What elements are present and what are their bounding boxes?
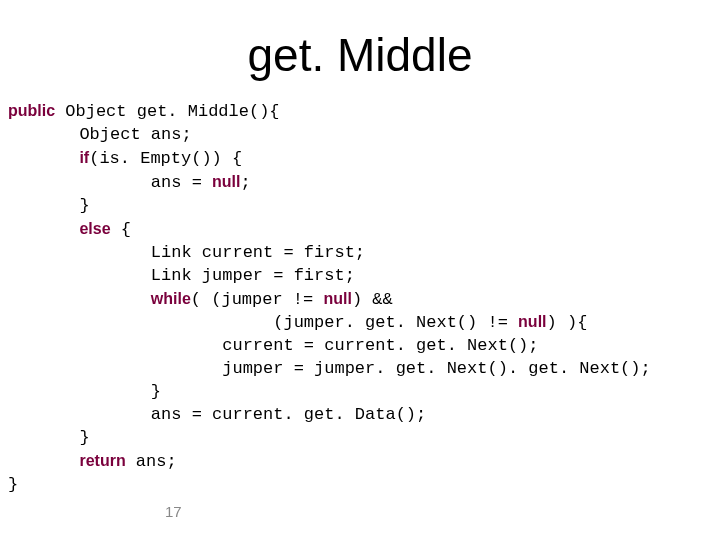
- code-text: (is. Empty()) {: [89, 149, 242, 168]
- code-text: [8, 290, 151, 309]
- code-text: Link jumper = first;: [8, 266, 355, 285]
- code-text: Object ans;: [8, 125, 192, 144]
- code-line: else {: [8, 218, 720, 242]
- code-keyword: null: [518, 313, 546, 330]
- code-line: public Object get. Middle(){: [8, 100, 720, 124]
- code-keyword: null: [212, 173, 240, 190]
- code-line: Link jumper = first;: [8, 265, 720, 288]
- code-line: }: [8, 381, 720, 404]
- code-text: ( (jumper !=: [191, 290, 324, 309]
- code-text: }: [8, 428, 90, 447]
- slide-title: get. Middle: [0, 0, 720, 100]
- code-text: }: [8, 382, 161, 401]
- code-keyword: while: [151, 290, 191, 307]
- code-line: ans = null;: [8, 171, 720, 195]
- page-number: 17: [165, 503, 182, 520]
- code-text: ) ){: [547, 313, 588, 332]
- code-line: while( (jumper != null) &&: [8, 288, 720, 312]
- code-text: ans;: [126, 452, 177, 471]
- code-text: ans =: [8, 173, 212, 192]
- code-line: jumper = jumper. get. Next(). get. Next(…: [8, 358, 720, 381]
- code-text: }: [8, 475, 18, 494]
- code-text: Object get. Middle(){: [55, 102, 279, 121]
- code-line: }: [8, 195, 720, 218]
- code-text: ;: [240, 173, 250, 192]
- code-line: ans = current. get. Data();: [8, 404, 720, 427]
- slide: get. Middle public Object get. Middle(){…: [0, 0, 720, 540]
- code-keyword: public: [8, 102, 55, 119]
- code-line: Link current = first;: [8, 242, 720, 265]
- code-line: current = current. get. Next();: [8, 335, 720, 358]
- code-text: current = current. get. Next();: [8, 336, 539, 355]
- code-line: if(is. Empty()) {: [8, 147, 720, 171]
- code-keyword: else: [79, 220, 110, 237]
- code-block: public Object get. Middle(){ Object ans;…: [0, 100, 720, 497]
- code-line: }: [8, 427, 720, 450]
- code-text: Link current = first;: [8, 243, 365, 262]
- code-text: }: [8, 196, 90, 215]
- code-line: }: [8, 474, 720, 497]
- code-text: [8, 452, 79, 471]
- code-keyword: null: [323, 290, 351, 307]
- code-line: return ans;: [8, 450, 720, 474]
- code-keyword: if: [79, 149, 89, 166]
- code-keyword: return: [79, 452, 125, 469]
- code-text: [8, 220, 79, 239]
- code-text: {: [111, 220, 131, 239]
- code-text: jumper = jumper. get. Next(). get. Next(…: [8, 359, 651, 378]
- code-text: [8, 149, 79, 168]
- code-text: (jumper. get. Next() !=: [8, 313, 518, 332]
- code-text: ans = current. get. Data();: [8, 405, 426, 424]
- code-line: Object ans;: [8, 124, 720, 147]
- code-text: ) &&: [352, 290, 403, 309]
- code-line: (jumper. get. Next() != null) ){: [8, 311, 720, 335]
